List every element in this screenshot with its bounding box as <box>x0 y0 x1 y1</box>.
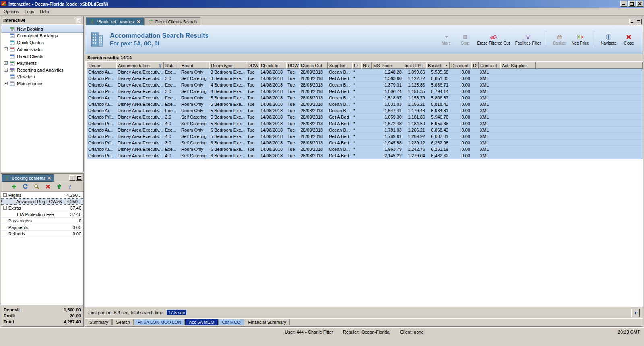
column-header-price[interactable]: Price <box>380 62 403 69</box>
menu-logs[interactable]: Logs <box>22 8 37 15</box>
column-header-check-in[interactable]: Check In <box>259 62 286 69</box>
refresh-button[interactable] <box>22 183 29 190</box>
cell <box>361 146 372 152</box>
window-close-button[interactable] <box>636 1 643 7</box>
sidebar-item-completed-bookings[interactable]: +Completed Bookings <box>1 32 83 39</box>
bottom-tab-financial-summary[interactable]: Financial Summary <box>245 319 290 325</box>
info-button[interactable]: i <box>631 309 640 317</box>
sidebar-item-reporting-and-analytics[interactable]: +Reporting and Analytics <box>1 66 83 73</box>
bottom-tab-summary[interactable]: Summary <box>86 319 112 325</box>
column-header-contract[interactable]: Contract <box>479 62 500 69</box>
table-row[interactable]: Orlando Pri...Disney Area Executiv...4.0… <box>87 133 643 140</box>
close-button[interactable]: Close <box>620 33 637 46</box>
more-button[interactable]: More <box>438 33 455 46</box>
table-row[interactable]: Orlando Ar...Disney Area Executiv...Exe.… <box>87 146 643 152</box>
expander-icon[interactable]: + <box>4 68 8 72</box>
column-header-supplier[interactable]: Supplier <box>328 62 352 69</box>
booking-item-extras[interactable]: −Extras37.40 <box>1 205 83 211</box>
cell: Exe... <box>164 146 180 152</box>
expander-icon[interactable]: + <box>4 82 8 85</box>
bottom-tab-search[interactable]: Search <box>112 319 134 325</box>
booking-item-refunds[interactable]: +Refunds0.00 <box>1 231 83 237</box>
expander-icon[interactable]: + <box>4 61 8 65</box>
table-row[interactable]: Orlando Pri...Disney Area Executiv...3.0… <box>87 114 643 120</box>
sidebar-item-new-booking[interactable]: +New Booking <box>1 25 83 32</box>
table-row[interactable]: Orlando Ar...Disney Area Executiv...Exe.… <box>87 107 643 114</box>
table-row[interactable]: Orlando Ar...Disney Area Executiv...Exe.… <box>87 95 643 101</box>
booking-item-payments[interactable]: +Payments0.00 <box>1 224 83 231</box>
panel-collapse-button[interactable]: − <box>76 18 81 23</box>
search-button[interactable] <box>33 183 40 190</box>
column-header-resort[interactable]: Resort <box>87 62 116 69</box>
add-item-button[interactable] <box>10 183 18 190</box>
window-minimize-button[interactable] <box>620 1 627 7</box>
table-row[interactable]: Orlando Ar...Disney Area Executiv...Exe.… <box>87 127 643 133</box>
bottom-tab-flt-5a-lon-mco-lon[interactable]: Flt 5A LON MCO LON <box>134 319 185 325</box>
booking-item-flights[interactable]: −Flights4,250... <box>1 192 83 198</box>
erase-filtered-out-button[interactable]: Erase Filtered Out <box>476 33 512 46</box>
sidebar-item-payments[interactable]: +Payments <box>1 60 83 66</box>
menu-help[interactable]: Help <box>37 8 52 15</box>
column-header-board[interactable]: Board <box>180 62 209 69</box>
toolbar-separator <box>547 31 547 48</box>
table-row[interactable]: Orlando Pri...Disney Area Executiv...4.0… <box>87 120 643 127</box>
bottom-tab-acc-5a-mco[interactable]: Acc 5A MCO <box>185 319 218 325</box>
expander-icon[interactable]: − <box>3 206 7 210</box>
menu-options[interactable]: Options <box>1 8 22 15</box>
table-row[interactable]: Orlando Pri...Disney Area Executiv...3.0… <box>87 88 643 95</box>
navigate-button[interactable]: Navigate <box>599 33 618 46</box>
table-row[interactable]: Orlando Ar...Disney Area Executiv...Exe.… <box>87 82 643 88</box>
column-header-rati[interactable]: Rati... <box>164 62 180 69</box>
column-header-er[interactable]: Er <box>352 62 361 69</box>
column-header-room-type[interactable]: Room type <box>209 62 246 69</box>
window-maximize-button[interactable] <box>628 1 635 7</box>
column-header-ms[interactable]: MS <box>372 62 380 69</box>
item-info-button[interactable]: i <box>67 183 74 190</box>
mdi-minimize-button[interactable] <box>629 19 635 24</box>
expander-icon[interactable]: − <box>3 193 7 197</box>
booking-panel-maximize-button[interactable] <box>76 175 82 181</box>
column-header-check-out[interactable]: Check Out <box>299 62 328 69</box>
mdi-restore-button[interactable] <box>636 19 642 24</box>
expander-icon[interactable]: + <box>4 47 8 51</box>
table-row[interactable]: Orlando Ar...Disney Area Executiv...Exe.… <box>87 69 643 75</box>
column-header-basket[interactable]: Basket▼ <box>426 62 450 69</box>
column-header-dow[interactable]: DOW <box>246 62 259 69</box>
document-tab-book-ref-none[interactable]: *Book. ref.: <none> <box>86 17 144 25</box>
sidebar-item-viewdata[interactable]: +Viewdata <box>1 73 83 80</box>
booking-item-advanced-reg-lgw-n[interactable]: +Advanced Reg LGW>N4,250... <box>1 198 83 205</box>
bottom-tab-car-mco[interactable]: Car MCO <box>218 319 244 325</box>
booking-contents-tab[interactable]: Booking contents <box>2 174 54 182</box>
table-row[interactable]: Orlando Pri...Disney Area Executiv...3.0… <box>87 75 643 82</box>
booking-contents-close-icon[interactable] <box>47 176 51 180</box>
table-row[interactable]: Orlando Ar...Disney Area Executiv...Exe.… <box>87 101 643 107</box>
column-header-nr[interactable]: NR <box>361 62 372 69</box>
sidebar-item-maintenance[interactable]: +Maintenance <box>1 80 83 87</box>
column-header-act-supplier[interactable]: Act. Supplier <box>500 62 536 69</box>
column-header-accommodation[interactable]: Accommodation <box>116 62 164 69</box>
nett-price-button[interactable]: $Nett Price <box>570 33 591 46</box>
cell: Disney Area Executiv... <box>116 133 164 139</box>
sidebar-item-quick-quotes[interactable]: +Quick Quotes <box>1 39 83 46</box>
cell: Orlando Pri... <box>87 75 116 81</box>
sidebar-item-direct-clients[interactable]: +Direct Clients <box>1 53 83 60</box>
table-row[interactable]: Orlando Pri...Disney Area Executiv...4.0… <box>87 152 643 159</box>
cell: Disney Area Executiv... <box>116 88 164 94</box>
document-tab-direct-clients-search[interactable]: Direct Clients Search <box>144 17 200 25</box>
column-header-discount[interactable]: Discount <box>450 62 471 69</box>
column-header-of[interactable]: Of <box>471 62 479 69</box>
sidebar-item-administrator[interactable]: +Administrator <box>1 46 83 53</box>
basket-button[interactable]: Basket <box>551 33 568 46</box>
facilities-filter-button[interactable]: Facilities Filter <box>514 33 543 46</box>
stop-button[interactable]: Stop <box>457 33 474 46</box>
transfer-button[interactable] <box>56 183 63 190</box>
table-row[interactable]: Orlando Pri...Disney Area Executiv...3.0… <box>87 140 643 146</box>
booking-item-passengers[interactable]: +Passengers0 <box>1 218 83 224</box>
booking-panel-minimize-button[interactable] <box>69 175 75 181</box>
column-header-dow[interactable]: DOW <box>286 62 299 69</box>
cell: * <box>352 114 361 120</box>
column-header-incl-fl-pp[interactable]: Incl.Fl.PP <box>403 62 426 69</box>
delete-item-button[interactable] <box>44 183 52 190</box>
cell: XML <box>479 133 500 139</box>
booking-item-tta-protection-fee[interactable]: +TTA Protection Fee37.40 <box>1 211 83 218</box>
